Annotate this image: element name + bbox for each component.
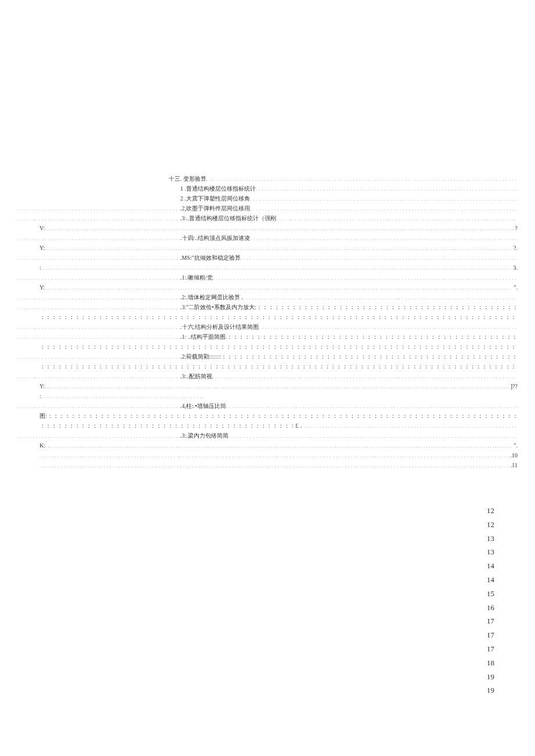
toc-trailing-dots: [45, 442, 511, 450]
toc-label: .十四:..结构顶点风振加速凌: [180, 234, 250, 243]
toc-leading-dots: [17, 353, 180, 361]
toc-trailing-dots: [213, 274, 518, 282]
toc-entry: :: [17, 392, 518, 401]
toc-entry: .2,吹墨于弹料件层间位移用: [17, 204, 518, 213]
page-number: 19: [17, 671, 494, 683]
toc-trailing-dots: [45, 244, 511, 252]
toc-entry: ：：：：：：：：：：：：：：：：：：：：：：：：：：：：：：：：：：：：：：：：…: [17, 362, 518, 371]
toc-entry: .3:..配筋简视: [17, 372, 518, 381]
toc-trailing-dots: [40, 461, 508, 470]
toc-trailing-dots: [276, 214, 518, 223]
page-number: 18: [17, 657, 494, 669]
toc-entry: .10: [17, 451, 518, 460]
page-number: 19: [17, 685, 494, 697]
toc-label: .3:..普通结构楼层位移指标统计（强刚: [180, 214, 276, 223]
toc-entry: 2 .大震下弹塑性层间位移角: [17, 194, 518, 203]
toc-entry: ：：：：：：：：：：：：：：：：：：：：：：：：：：：：：：：：：：：：：：：：…: [17, 313, 518, 322]
toc-prefix: Y:: [40, 382, 45, 391]
toc-entry: ：：：：：：：：：：：：：：：：：：：：：：：：：：：：：：：：：：：：：：：：…: [17, 421, 518, 431]
toc-page-ref: ?: [513, 224, 518, 233]
toc-trailing-dots: [45, 224, 512, 232]
toc-prefix: Y:: [40, 243, 45, 253]
toc-entry: 1 .普通结构楼层位移指标统计: [17, 184, 518, 194]
toc-entry: Y:".: [17, 283, 518, 292]
toc-leading-dots: [17, 303, 180, 311]
toc-entry: 图:：：：：：：：：：：：：：：：：：：：：：：：：：：：：：：：：：：：：：：…: [17, 411, 518, 421]
toc-entry: 十三. 变形验算: [17, 174, 518, 184]
toc-trailing-dots: [45, 382, 508, 390]
toc-label: 1 .普通结构楼层位移指标统计: [180, 184, 256, 194]
toc-entry: .3:"二阶效俭•系数及内力放大:：：：：：：：：：：：：：：：：：：：：：：：…: [17, 303, 518, 312]
toc-trailing-dots: [259, 323, 518, 331]
toc-label: .3:..配筋简视: [180, 372, 212, 381]
toc-leading-dots: [17, 214, 180, 223]
toc-trailing-dots: [241, 254, 518, 262]
toc-entry: V:?: [17, 224, 518, 233]
toc-prefix: V:: [40, 224, 45, 233]
toc-trailing-dots: [304, 422, 518, 430]
toc-trailing-dots: [243, 293, 518, 302]
toc-prefix: ：: [40, 421, 45, 431]
toc-leading-dots: [17, 293, 180, 302]
toc-trailing-dots: [250, 234, 518, 242]
toc-trailing-dots: [256, 185, 518, 193]
toc-leading-dots: [17, 432, 180, 440]
page-number: 12: [17, 505, 494, 517]
toc-leading-dots: [17, 274, 180, 282]
toc-trailing-dots: [250, 195, 518, 203]
toc-trailing-dots: [206, 175, 518, 183]
toc-entry: .4,柱:.•墙轴压比筒: [17, 402, 518, 411]
toc-trailing-dots: [45, 284, 511, 292]
toc-entry: .11: [17, 461, 518, 470]
toc-entry: .十六.结构分析及设计结果简图: [17, 323, 518, 332]
toc-page-ref: ".: [511, 283, 518, 292]
toc-trailing-dots: [229, 432, 518, 440]
toc-leading-dots: [17, 333, 180, 341]
toc-page-ref: 3.: [511, 263, 518, 273]
toc-label: ：：：：：：：：：：：：：：：：：：：：：：：：：：：：：：：：：：：：：：：：…: [45, 362, 518, 371]
toc-label: ：：：：：：：：：：：：：：：：：：：：：：：：：：：：：：：：：：：：：：：：…: [45, 421, 304, 431]
toc-entry: .2:.墙体检定网蛋比验算 .: [17, 293, 518, 302]
toc-trailing-dots: [212, 372, 518, 381]
toc-page-ref: ]??: [508, 382, 518, 391]
toc-label: .MS:"抗倾效和稳定验算: [180, 253, 241, 263]
table-of-contents: 十三. 变形验算1 .普通结构楼层位移指标统计2 .大震下弹塑性层间位移角 .2…: [17, 174, 518, 470]
toc-entry: K:".: [17, 441, 518, 450]
toc-trailing-dots: [41, 264, 511, 272]
page-number: 14: [17, 574, 494, 586]
toc-label: .1: ..结构平面简图.：：：：：：：：：：：：：：：：：：：：：：：：：：：…: [180, 332, 518, 342]
toc-page-ref: .10: [508, 451, 518, 460]
toc-entry: .十四:..结构顶点风振加速凌: [17, 234, 518, 243]
toc-label: .十六.结构分析及设计结果简图: [180, 323, 259, 332]
toc-leading-dots: [17, 372, 180, 381]
toc-trailing-dots: [250, 205, 518, 213]
toc-entry: .MS:"抗倾效和稳定验算: [17, 253, 518, 263]
page-number: 15: [17, 588, 494, 600]
page-number: 16: [17, 602, 494, 614]
toc-entry: .1: ..结构平面简图.：：：：：：：：：：：：：：：：：：：：：：：：：：：…: [17, 332, 518, 342]
toc-label: .3:.梁内力包络简简: [180, 431, 229, 440]
toc-trailing-dots: [40, 452, 508, 460]
page-number: 17: [17, 629, 494, 642]
page-number: 17: [17, 643, 494, 655]
toc-entry: Y:?.: [17, 243, 518, 253]
toc-page-ref: .11: [508, 461, 518, 470]
toc-prefix: Y:: [40, 283, 45, 292]
toc-label: ：：：：：：：：：：：：：：：：：：：：：：：：：：：：：：：：：：：：：：：：…: [47, 411, 518, 421]
toc-label: .4,柱:.•墙轴压比筒: [180, 402, 226, 411]
toc-entry: :3.: [17, 263, 518, 273]
toc-entry: .1:.嗽倾粗/党: [17, 273, 518, 282]
page-number: 12: [17, 519, 494, 531]
toc-label: 2 .大震下弹塑性层间位移角: [180, 194, 250, 203]
page-number: 17: [17, 615, 494, 628]
toc-label: .3:"二阶效俭•系数及内力放大:：：：：：：：：：：：：：：：：：：：：：：：…: [180, 303, 518, 312]
toc-entry: .3:.梁内力包络简简: [17, 431, 518, 440]
toc-prefix: 图:: [40, 411, 47, 421]
toc-leading-dots: [17, 254, 180, 262]
toc-label: .1:.嗽倾粗/党: [180, 273, 213, 282]
toc-prefix: ：: [40, 362, 45, 371]
toc-entry: .3:..普通结构楼层位移指标统计（强刚: [17, 214, 518, 223]
page-number: 13: [17, 546, 494, 558]
toc-label: .2:.墙体检定网蛋比验算 .: [180, 293, 243, 302]
toc-leading-dots: [17, 402, 180, 410]
